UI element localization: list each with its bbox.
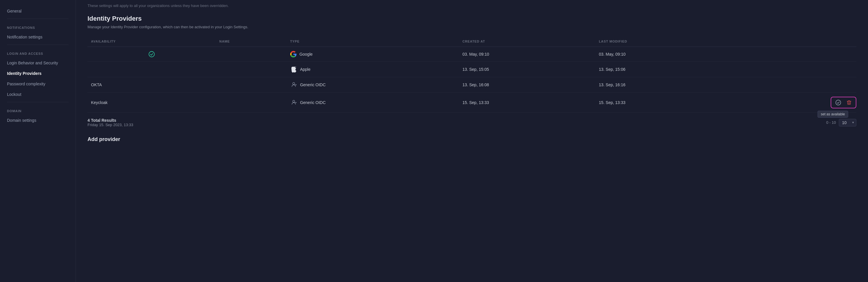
provider-name-google: Google [300, 52, 313, 57]
keycloak-actions-box [831, 97, 856, 108]
availability-cell-okta: OKTA [88, 77, 216, 93]
actions-keycloak: set as available [738, 93, 856, 113]
sidebar: General NOTIFICATIONS Notification setti… [0, 0, 76, 282]
table-row: OKTA [88, 77, 856, 93]
table-footer: 4 Total Results Friday 15. Sep 2023, 13:… [88, 118, 856, 127]
section-desc: Manage your Identity Provider configurat… [88, 25, 856, 29]
sidebar-divider-3 [7, 102, 68, 102]
keycloak-actions-wrapper: set as available [742, 97, 856, 108]
pagination-range: 0 - 10 [826, 120, 836, 125]
last-modified-google: 03. May, 09:10 [595, 47, 738, 62]
sidebar-label-notifications: NOTIFICATIONS [0, 21, 75, 32]
provider-type-okta: Generic OIDC [300, 82, 326, 87]
actions-apple [738, 62, 856, 77]
svg-point-5 [292, 100, 294, 102]
last-updated: Friday 15. Sep 2023, 13:33 [88, 122, 133, 127]
table-row: Keycloak [88, 93, 856, 113]
set-available-button[interactable] [834, 99, 843, 107]
page-top-note: These settings will apply to all your or… [88, 0, 856, 15]
sidebar-item-lockout[interactable]: Lockout [0, 89, 75, 100]
col-type: TYPE [287, 37, 459, 47]
sidebar-label-domain: DOMAIN [0, 105, 75, 115]
svg-point-1 [292, 82, 294, 84]
last-modified-okta: 13. Sep, 16:16 [595, 77, 738, 93]
provider-name-apple: Apple [300, 67, 311, 72]
page-select-wrapper: 10 25 50 100 [839, 119, 856, 127]
created-at-apple: 13. Sep, 15:05 [459, 62, 595, 77]
type-cell-okta: Generic OIDC [287, 77, 459, 93]
availability-cell-google [88, 47, 216, 62]
type-cell-apple: Apple [287, 62, 459, 77]
google-icon [290, 51, 297, 58]
created-at-keycloak: 15. Sep, 13:33 [459, 93, 595, 113]
col-name: NAME [216, 37, 287, 47]
oidc-icon-keycloak [290, 99, 297, 106]
per-page-select[interactable]: 10 25 50 100 [839, 119, 856, 127]
sidebar-item-general[interactable]: General [0, 6, 75, 16]
sidebar-divider-2 [7, 44, 68, 45]
delete-button[interactable] [845, 99, 854, 106]
section-title: Identity Providers [88, 15, 856, 23]
available-check-icon [91, 51, 212, 58]
sidebar-divider-1 [7, 19, 68, 19]
svg-point-0 [149, 51, 155, 57]
provider-type-keycloak: Generic OIDC [300, 100, 326, 105]
availability-cell-keycloak: Keycloak [88, 93, 216, 113]
col-availability: AVAILABILITY [88, 37, 216, 47]
sidebar-item-identity-providers[interactable]: Identity Providers [0, 68, 75, 79]
oidc-icon-okta [290, 81, 297, 88]
actions-okta [738, 77, 856, 93]
last-modified-keycloak: 15. Sep, 13:33 [595, 93, 738, 113]
sidebar-label-login-access: LOGIN AND ACCESS [0, 47, 75, 58]
sidebar-item-password-complexity[interactable]: Password complexity [0, 79, 75, 89]
pagination-controls: 0 - 10 10 25 50 100 [826, 119, 856, 127]
sidebar-item-login-behavior[interactable]: Login Behavior and Security [0, 58, 75, 68]
availability-cell-apple [88, 62, 216, 77]
created-at-okta: 13. Sep, 16:08 [459, 77, 595, 93]
type-cell-keycloak: Generic OIDC [287, 93, 459, 113]
col-actions [738, 37, 856, 47]
col-last-modified: LAST MODIFIED [595, 37, 738, 47]
sidebar-item-domain-settings[interactable]: Domain settings [0, 115, 75, 126]
add-provider-title: Add provider [88, 136, 856, 142]
table-row: Google 03. May, 09:10 03. May, 09:10 [88, 47, 856, 62]
total-results: 4 Total Results Friday 15. Sep 2023, 13:… [88, 118, 133, 127]
availability-label-okta: OKTA [91, 82, 102, 87]
name-cell-keycloak [216, 93, 287, 113]
table-header-row: AVAILABILITY NAME TYPE CREATED AT LAST M… [88, 37, 856, 47]
availability-label-keycloak: Keycloak [91, 100, 107, 105]
table-row: Apple 13. Sep, 15:05 13. Sep, 15:06 [88, 62, 856, 77]
sidebar-item-notification-settings[interactable]: Notification settings [0, 32, 75, 42]
main-content: These settings will apply to all your or… [76, 0, 868, 282]
col-created-at: CREATED AT [459, 37, 595, 47]
created-at-google: 03. May, 09:10 [459, 47, 595, 62]
name-cell-google [216, 47, 287, 62]
svg-point-9 [836, 100, 841, 105]
total-count: 4 Total Results [88, 118, 133, 122]
actions-google [738, 47, 856, 62]
identity-providers-table: AVAILABILITY NAME TYPE CREATED AT LAST M… [88, 37, 856, 113]
name-cell-apple [216, 62, 287, 77]
name-cell-okta [216, 77, 287, 93]
tooltip-set-available: set as available [817, 111, 848, 118]
apple-icon [290, 66, 297, 73]
last-modified-apple: 13. Sep, 15:06 [595, 62, 738, 77]
type-cell-google: Google [287, 47, 459, 62]
